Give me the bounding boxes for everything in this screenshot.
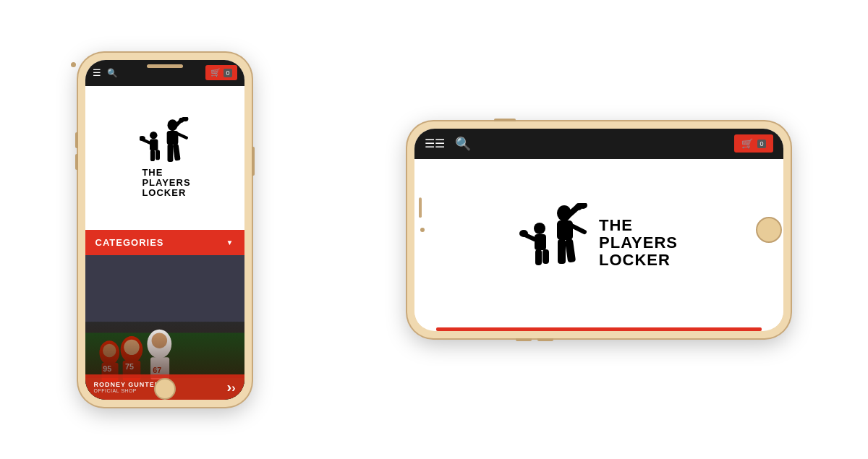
sport-overlay	[85, 320, 244, 378]
svg-rect-33	[557, 220, 573, 240]
cart-badge: 0	[757, 140, 765, 148]
landscape-logo-area: THE PLAYERS LOCKER	[414, 159, 783, 327]
categories-dropdown-icon: ▼	[226, 239, 234, 246]
volume-up-button	[75, 132, 78, 148]
logo-text: THE PLAYERS LOCKER	[142, 168, 190, 199]
volume-down-button	[75, 154, 78, 170]
menu-icon[interactable]: ☰	[425, 137, 445, 150]
cart-button[interactable]: 🛒 0	[205, 65, 237, 80]
svg-rect-39	[535, 249, 542, 265]
portrait-content: 🛒 0	[85, 60, 244, 400]
volume-down-button	[537, 338, 553, 341]
landscape-logo-container: THE PLAYERS LOCKER	[519, 203, 678, 283]
svg-rect-6	[167, 144, 173, 162]
cart-button[interactable]: 🛒 0	[734, 134, 773, 153]
home-button[interactable]	[756, 217, 782, 243]
svg-point-37	[534, 223, 545, 234]
player-card-text: RODNEY GUNTER OFFICIAL SHOP	[94, 381, 161, 393]
svg-rect-38	[535, 234, 546, 250]
categories-bar[interactable]: CATEGORIES ▼	[85, 230, 244, 255]
svg-rect-10	[150, 150, 154, 161]
svg-rect-9	[150, 139, 158, 150]
logo-silhouette	[140, 117, 190, 175]
landscape-navbar: ☰ 🔍 🛒 0	[414, 129, 783, 159]
svg-rect-7	[172, 144, 180, 161]
portrait-logo-area: THE PLAYERS LOCKER	[85, 86, 244, 231]
player-card-arrow[interactable]: ›	[227, 379, 236, 395]
svg-rect-35	[558, 239, 566, 264]
cart-icon: 🛒	[210, 68, 221, 77]
categories-label: CATEGORIES	[95, 237, 164, 248]
player-subtitle: OFFICIAL SHOP	[94, 388, 161, 393]
landscape-phone: ☰ 🔍 🛒 0	[407, 121, 791, 338]
svg-rect-40	[542, 249, 549, 264]
power-button	[494, 119, 516, 121]
menu-icon[interactable]	[93, 67, 101, 78]
svg-rect-11	[155, 150, 159, 160]
landscape-screen: ☰ 🔍 🛒 0	[414, 129, 783, 331]
player-name: RODNEY GUNTER	[94, 381, 161, 388]
cart-badge: 0	[224, 69, 231, 77]
power-button	[252, 147, 255, 176]
svg-point-8	[150, 132, 158, 140]
search-icon[interactable]	[107, 67, 206, 78]
search-icon[interactable]: 🔍	[455, 136, 735, 152]
portrait-screen: 🛒 0	[85, 60, 244, 400]
logo-container: THE PLAYERS LOCKER	[138, 117, 190, 199]
svg-point-42	[519, 230, 528, 237]
home-button[interactable]	[154, 378, 176, 400]
svg-line-5	[178, 134, 186, 137]
svg-line-34	[573, 226, 584, 232]
landscape-content: ☰ 🔍 🛒 0	[414, 129, 783, 331]
volume-up-button	[516, 338, 532, 341]
landscape-logo-silhouette	[519, 203, 592, 283]
svg-rect-16	[85, 255, 244, 322]
cart-icon: 🛒	[741, 138, 753, 149]
landscape-logo-text: THE PLAYERS LOCKER	[599, 217, 678, 270]
red-accent-line	[436, 327, 762, 331]
svg-rect-4	[166, 131, 178, 145]
svg-rect-36	[565, 239, 576, 262]
portrait-navbar: 🛒 0	[85, 60, 244, 86]
portrait-phone: 🛒 0	[78, 53, 252, 407]
